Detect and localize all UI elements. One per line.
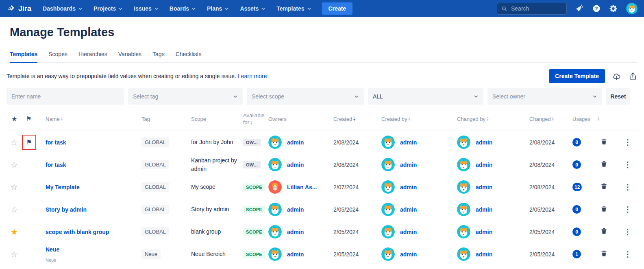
settings-gear-icon[interactable]	[609, 4, 618, 13]
header-available-for[interactable]: Available for▴▾	[239, 112, 264, 126]
usages-badge[interactable]: 0	[572, 205, 581, 214]
created-by-link[interactable]: admin	[400, 184, 417, 190]
nav-item-templates[interactable]: Templates	[276, 5, 311, 12]
header-name[interactable]: Name▴▾	[41, 116, 137, 122]
tab-checklists[interactable]: Checklists	[176, 51, 202, 62]
owner-link[interactable]: admin	[287, 162, 304, 168]
import-cloud-download-icon[interactable]	[612, 72, 621, 81]
created-date: 2/05/2024	[329, 206, 372, 213]
created-by-link[interactable]: admin	[400, 162, 417, 168]
tab-tags[interactable]: Tags	[152, 51, 165, 62]
changed-by-link[interactable]: admin	[476, 251, 492, 258]
tag-chip: GLOBAL	[141, 160, 169, 169]
star-icon[interactable]: ☆	[7, 138, 22, 147]
owner-link[interactable]: admin	[287, 251, 304, 258]
usages-badge[interactable]: 12	[572, 183, 582, 191]
more-actions-kebab-icon[interactable]: ⋮	[618, 230, 637, 234]
template-name-link[interactable]: scope with blank group	[46, 229, 109, 235]
usages-badge[interactable]: 1	[572, 250, 581, 258]
template-name-link[interactable]: My Template	[46, 184, 80, 190]
tab-scopes[interactable]: Scopes	[48, 51, 67, 62]
export-icon[interactable]	[628, 72, 637, 81]
header-changed[interactable]: Changed▴▾	[522, 116, 568, 122]
user-avatar[interactable]	[626, 3, 637, 14]
usages-badge[interactable]: 0	[572, 160, 581, 169]
nav-create-button[interactable]: Create	[322, 2, 353, 15]
owner-link[interactable]: admin	[287, 229, 304, 235]
star-icon[interactable]: ☆	[7, 160, 22, 170]
reset-button[interactable]: Reset	[606, 88, 630, 105]
delete-trash-icon[interactable]	[600, 182, 608, 190]
created-by-link[interactable]: admin	[400, 139, 417, 146]
create-template-button[interactable]: Create Template	[549, 69, 605, 83]
created-by-link[interactable]: admin	[400, 251, 417, 258]
more-actions-kebab-icon[interactable]: ⋮	[618, 185, 637, 189]
nav-item-dashboards[interactable]: Dashboards	[43, 5, 83, 12]
template-name-link[interactable]: Story by admin	[46, 206, 87, 213]
header-changed-by[interactable]: Changed by▴▾	[449, 116, 522, 122]
more-actions-kebab-icon[interactable]: ⋮	[618, 163, 637, 167]
nav-item-plans[interactable]: Plans	[207, 5, 229, 12]
flag-column-header-icon[interactable]: ⚑	[22, 115, 41, 122]
flag-highlight-box[interactable]: ⚑	[22, 135, 36, 150]
more-actions-kebab-icon[interactable]: ⋮	[618, 208, 637, 212]
avatar-dog	[381, 180, 395, 194]
search-icon	[501, 6, 507, 12]
global-search[interactable]	[497, 3, 567, 15]
created-by-link[interactable]: admin	[400, 206, 417, 213]
star-icon[interactable]: ☆	[7, 182, 22, 192]
changed-by-link[interactable]: admin	[476, 139, 492, 146]
delete-trash-icon[interactable]	[600, 205, 608, 213]
usages-badge[interactable]: 0	[572, 227, 581, 236]
tab-hierarchies[interactable]: Hierarchies	[78, 51, 107, 62]
filter-scope-select[interactable]: Select scope	[247, 88, 364, 105]
nav-item-projects[interactable]: Projects	[94, 5, 123, 12]
delete-trash-icon[interactable]	[600, 227, 608, 235]
delete-trash-icon[interactable]	[600, 138, 608, 146]
template-name-link[interactable]: for task	[46, 162, 66, 168]
more-actions-kebab-icon[interactable]: ⋮	[618, 252, 637, 256]
template-name-link[interactable]: Neue	[46, 246, 59, 253]
usages-badge[interactable]: 0	[572, 138, 581, 147]
tab-templates[interactable]: Templates	[10, 51, 37, 63]
delete-trash-icon[interactable]	[600, 160, 608, 168]
owner-link[interactable]: admin	[287, 139, 304, 146]
nav-item-issues[interactable]: Issues	[134, 5, 159, 12]
star-icon[interactable]: ☆	[7, 205, 22, 214]
table-header: ★ ⚑ Name▴▾ Tag Scope Available for▴▾ Own…	[7, 108, 637, 131]
delete-trash-icon[interactable]	[600, 249, 608, 258]
jira-brand[interactable]: Jira	[7, 4, 31, 13]
header-created-by[interactable]: Created by▴▾	[372, 116, 449, 122]
changed-by-link[interactable]: admin	[476, 162, 492, 168]
template-name-link[interactable]: for task	[46, 139, 66, 146]
template-actions: Create Template	[549, 69, 637, 83]
avatar-dog	[268, 158, 282, 171]
nav-item-assets[interactable]: Assets	[240, 5, 265, 12]
header-usages[interactable]: Usages▴▾	[568, 116, 600, 122]
filter-type-select[interactable]: ALL	[368, 88, 483, 105]
owner-link[interactable]: Lillian As...	[287, 184, 317, 190]
chevron-down-icon	[474, 94, 479, 99]
avatar-dog	[457, 158, 470, 171]
changed-by-link[interactable]: admin	[476, 184, 492, 190]
announcements-icon[interactable]	[575, 4, 584, 13]
search-input[interactable]	[511, 5, 562, 12]
star-icon-filled[interactable]: ★	[7, 227, 22, 237]
chevron-down-icon	[78, 7, 83, 11]
changed-by-link[interactable]: admin	[476, 206, 492, 213]
filter-owner-select[interactable]: Select owner	[487, 88, 602, 105]
star-column-header-icon[interactable]: ★	[7, 115, 22, 123]
chevron-down-icon	[154, 7, 159, 11]
changed-by-link[interactable]: admin	[476, 229, 492, 235]
learn-more-link[interactable]: Learn more	[238, 73, 267, 79]
tab-variables[interactable]: Variables	[118, 51, 141, 62]
filter-name-input[interactable]	[7, 88, 124, 105]
nav-item-boards[interactable]: Boards	[170, 5, 196, 12]
more-actions-kebab-icon[interactable]: ⋮	[618, 140, 637, 144]
filter-tag-select[interactable]: Select tag	[128, 88, 243, 105]
star-icon[interactable]: ☆	[7, 249, 22, 259]
help-icon[interactable]: ?	[592, 4, 601, 13]
header-created[interactable]: Created▴▾	[329, 116, 372, 122]
created-by-link[interactable]: admin	[400, 229, 417, 235]
owner-link[interactable]: admin	[287, 206, 304, 213]
